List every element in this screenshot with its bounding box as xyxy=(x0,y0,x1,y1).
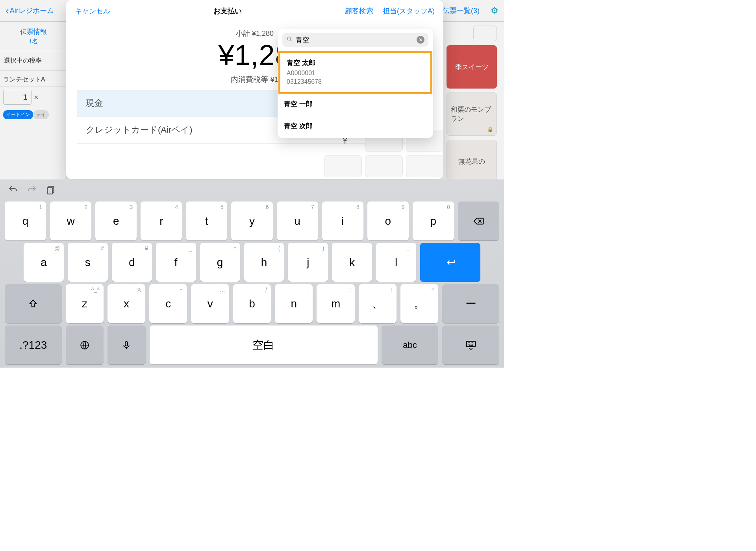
staff-link[interactable]: 担当(スタッフA) xyxy=(383,6,435,16)
customer-name: 青空 次郎 xyxy=(284,122,427,131)
lock-icon: 🔒 xyxy=(487,126,493,132)
svg-point-0 xyxy=(287,37,291,40)
key-m[interactable]: :m xyxy=(317,284,354,323)
slip-info-sub: 1名 xyxy=(3,38,63,45)
key-v[interactable]: …v xyxy=(191,284,229,323)
customer-result[interactable]: 青空 次郎 xyxy=(278,116,433,138)
menu-tile-montblanc[interactable]: 和栗のモンブラン 🔒 xyxy=(447,92,497,136)
key-a[interactable]: @a xyxy=(24,243,64,282)
key-l[interactable]: 」l xyxy=(376,243,416,282)
slip-info-title: 伝票情報 xyxy=(3,27,63,36)
key-i[interactable]: 8i xyxy=(322,202,363,240)
customer-search-field[interactable]: ✕ xyxy=(282,33,428,47)
tag-eatin[interactable]: イートイン xyxy=(3,110,33,119)
key-。[interactable]: ?。 xyxy=(400,284,438,323)
key-k[interactable]: 「k xyxy=(332,243,372,282)
undo-icon[interactable] xyxy=(8,185,18,196)
numpad-key[interactable] xyxy=(406,155,443,177)
customer-search-link[interactable]: 顧客検索 xyxy=(345,6,373,16)
customer-result-selected[interactable]: 青空 太郎 A0000001 0312345678 xyxy=(278,51,432,94)
customer-search-popover: ✕ 青空 太郎 A0000001 0312345678 青空 一郎 青空 次郎 xyxy=(278,29,433,138)
shift-key[interactable] xyxy=(5,284,62,323)
customer-result[interactable]: 青空 一郎 xyxy=(278,94,433,116)
space-key[interactable]: 空白 xyxy=(150,325,378,364)
key-y[interactable]: 6y xyxy=(231,202,272,240)
tag-takeout[interactable]: テイ xyxy=(33,110,49,119)
menu-tile-sweets[interactable]: 季スイーツ xyxy=(447,45,497,89)
back-label: Airレジホーム xyxy=(10,6,54,15)
key-b[interactable]: /b xyxy=(233,284,271,323)
key-g[interactable]: *g xyxy=(200,243,240,282)
slip-list-link[interactable]: 伝票一覧(3) xyxy=(443,6,480,15)
numpad-key[interactable] xyxy=(324,155,362,177)
customer-code: A0000001 xyxy=(287,69,424,78)
key-s[interactable]: #s xyxy=(68,243,108,282)
key-o[interactable]: 9o xyxy=(367,202,409,240)
globe-key[interactable] xyxy=(66,325,104,364)
keyboard-toolbar xyxy=(2,182,502,199)
payment-method-label: クレジットカード(Airペイ) xyxy=(86,124,193,136)
numeric-mode-key[interactable]: .?123 xyxy=(5,325,62,364)
backspace-key[interactable] xyxy=(458,202,499,240)
customer-name: 青空 一郎 xyxy=(284,100,427,109)
key-w[interactable]: 2w xyxy=(50,202,91,240)
clipboard-icon[interactable] xyxy=(46,185,56,196)
key-q[interactable]: 1q xyxy=(5,202,46,240)
customer-phone: 0312345678 xyxy=(287,78,424,86)
key-j[interactable]: )j xyxy=(288,243,328,282)
modal-title: お支払い xyxy=(213,6,242,16)
key-h[interactable]: (h xyxy=(244,243,284,282)
svg-rect-3 xyxy=(47,188,52,194)
cancel-button[interactable]: キャンセル xyxy=(75,6,110,16)
tile-label: 和栗のモンブラン xyxy=(451,105,493,123)
menu-tile-fig[interactable]: 無花果の xyxy=(447,140,497,183)
payment-method-label: 現金 xyxy=(86,97,103,109)
key-f[interactable]: _f xyxy=(156,243,196,282)
key-、[interactable]: !、 xyxy=(359,284,397,323)
onscreen-keyboard: 1q2w3e4r5t6y7u8i9o0p @a#s¥d_f*g(h)j「k」l … xyxy=(0,179,504,368)
multiply-icon: × xyxy=(34,93,39,102)
customer-search-input[interactable] xyxy=(296,36,413,44)
svg-line-1 xyxy=(290,40,291,41)
key-t[interactable]: 5t xyxy=(186,202,227,240)
abc-key[interactable]: abc xyxy=(382,325,439,364)
chevron-left-icon: ‹ xyxy=(6,6,9,16)
customer-name: 青空 太郎 xyxy=(287,58,424,67)
enter-key[interactable] xyxy=(420,243,480,282)
mic-key[interactable] xyxy=(107,325,145,364)
key-p[interactable]: 0p xyxy=(413,202,454,240)
search-icon xyxy=(286,36,293,44)
svg-rect-7 xyxy=(125,342,128,346)
dismiss-keyboard-key[interactable] xyxy=(442,325,499,364)
clear-icon[interactable]: ✕ xyxy=(417,36,424,44)
back-button[interactable]: ‹ Airレジホーム xyxy=(6,6,54,16)
line-item[interactable]: ランチセットA xyxy=(0,71,67,87)
key-u[interactable]: 7u xyxy=(277,202,318,240)
gear-icon[interactable]: ⚙ xyxy=(491,6,498,16)
dash-key[interactable]: ー xyxy=(442,284,499,323)
key-n[interactable]: ;n xyxy=(275,284,313,323)
key-c[interactable]: ~c xyxy=(149,284,187,323)
redo-icon[interactable] xyxy=(27,185,37,196)
numpad-key[interactable] xyxy=(365,155,403,177)
key-e[interactable]: 3e xyxy=(95,202,137,240)
key-z[interactable]: ^_^z xyxy=(66,284,104,323)
tax-rate-row[interactable]: 選択中の税率 xyxy=(0,51,67,71)
key-x[interactable]: %x xyxy=(107,284,145,323)
quantity-input[interactable]: 1 xyxy=(3,90,32,105)
slip-info-button[interactable]: 伝票情報 1名 xyxy=(0,22,67,51)
key-r[interactable]: 4r xyxy=(141,202,182,240)
key-d[interactable]: ¥d xyxy=(112,243,152,282)
bg-search-box[interactable] xyxy=(473,26,497,41)
